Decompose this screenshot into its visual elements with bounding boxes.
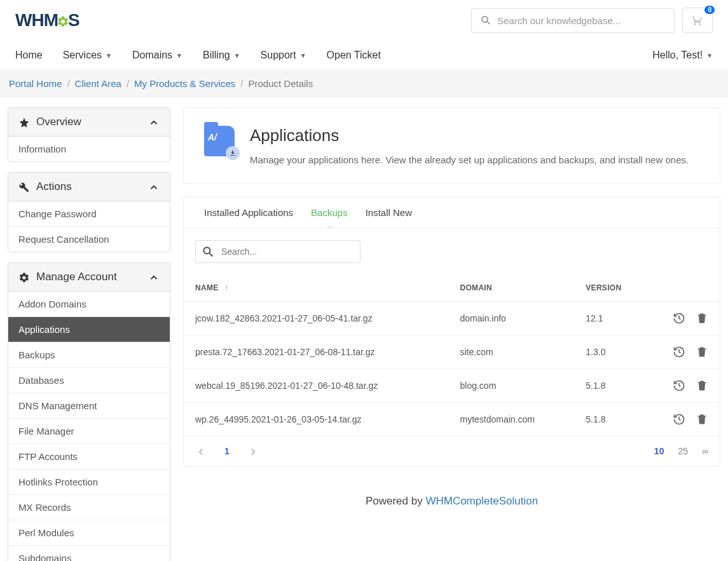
wrench-icon — [18, 180, 30, 193]
cart-button[interactable]: 0 — [682, 8, 713, 33]
sidebar-item-addon-domains[interactable]: Addon Domains — [8, 292, 170, 317]
search-icon — [202, 245, 214, 258]
sort-asc-icon: ↑ — [224, 283, 228, 292]
breadcrumb-link[interactable]: My Products & Services — [134, 78, 235, 89]
cell-name: webcal.19_85196.2021-01-27_06-10-48.tar.… — [184, 369, 449, 403]
page-size-option[interactable]: ∞ — [702, 446, 708, 456]
svg-point-2 — [203, 247, 210, 253]
sidebar-item-change-password[interactable]: Change Password — [8, 201, 170, 227]
column-name[interactable]: NAME ↑ — [184, 274, 449, 302]
delete-button[interactable] — [696, 379, 708, 392]
cell-version: 5.1.8 — [574, 369, 650, 403]
actions-header[interactable]: Actions — [8, 173, 170, 201]
sidebar-item-mx-records[interactable]: MX Records — [8, 495, 170, 520]
sidebar-item-information[interactable]: Information — [8, 137, 170, 161]
breadcrumb: Portal Home / Client Area / My Products … — [9, 78, 719, 89]
search-icon — [480, 15, 491, 26]
tab-install-new[interactable]: Install New — [357, 197, 421, 228]
delete-button[interactable] — [696, 346, 708, 358]
knowledgebase-search — [471, 8, 675, 33]
breadcrumb-current: Product Details — [248, 78, 313, 89]
svg-line-1 — [487, 22, 490, 24]
breadcrumb-link[interactable]: Client Area — [75, 78, 121, 89]
delete-button[interactable] — [696, 413, 708, 426]
cell-name: wp.26_44995.2021-01-26_03-05-14.tar.gz — [184, 403, 449, 436]
tabs: Installed ApplicationsBackupsInstall New — [184, 197, 720, 229]
user-menu[interactable]: Hello, Test! ▼ — [652, 41, 713, 70]
trash-icon — [696, 313, 708, 323]
chevron-up-icon — [148, 271, 160, 283]
trash-icon — [696, 380, 708, 390]
caret-down-icon: ▼ — [176, 52, 182, 59]
nav-home[interactable]: Home — [15, 41, 53, 70]
restore-icon — [673, 414, 685, 424]
page-number[interactable]: 1 — [219, 446, 235, 456]
logo-suffix: S — [68, 10, 79, 30]
table-search-input[interactable] — [195, 240, 361, 263]
page-size-option[interactable]: 10 — [654, 446, 664, 456]
star-icon — [18, 116, 30, 128]
sidebar-item-file-manager[interactable]: File Manager — [8, 419, 170, 444]
sidebar-item-subdomains[interactable]: Subdomains — [8, 546, 170, 561]
restore-button[interactable] — [673, 379, 685, 392]
sidebar-item-hotlinks-protection[interactable]: Hotlinks Protection — [8, 470, 170, 495]
cart-badge: 0 — [704, 6, 715, 14]
caret-down-icon: ▼ — [106, 52, 112, 59]
sidebar-item-dns-management[interactable]: DNS Management — [8, 393, 170, 419]
overview-header[interactable]: Overview — [8, 108, 170, 137]
sidebar-item-backups[interactable]: Backups — [8, 342, 170, 368]
sidebar-item-databases[interactable]: Databases — [8, 368, 170, 393]
page-next-button[interactable] — [247, 445, 259, 457]
breadcrumb-link[interactable]: Portal Home — [9, 78, 62, 89]
page-prev-button[interactable] — [195, 445, 207, 457]
restore-icon — [673, 346, 685, 356]
table-row: webcal.19_85196.2021-01-27_06-10-48.tar.… — [184, 369, 720, 403]
logo-prefix: WHM — [15, 10, 58, 30]
page-size-option[interactable]: 25 — [678, 446, 688, 456]
cell-domain: blog.com — [449, 369, 575, 403]
column-domain[interactable]: DOMAIN — [449, 274, 575, 302]
restore-button[interactable] — [673, 413, 685, 426]
sidebar-item-request-cancellation[interactable]: Request Cancellation — [8, 227, 170, 252]
restore-icon — [673, 313, 685, 323]
cell-domain: domain.info — [449, 302, 575, 335]
restore-button[interactable] — [673, 346, 685, 358]
table-row: presta.72_17663.2021-01-27_06-08-11.tar.… — [184, 335, 720, 369]
footer: Powered by WHMCompleteSolution — [183, 480, 720, 523]
nav-billing[interactable]: Billing▼ — [193, 41, 251, 70]
chevron-up-icon — [148, 180, 160, 193]
sidebar-item-perl-modules[interactable]: Perl Modules — [8, 520, 170, 546]
nav-domains[interactable]: Domains▼ — [122, 41, 193, 70]
tab-installed-applications[interactable]: Installed Applications — [195, 197, 302, 228]
cell-domain: mytestdomain.com — [449, 403, 575, 436]
sidebar-item-ftp-accounts[interactable]: FTP Accounts — [8, 444, 170, 470]
logo[interactable]: WHM S — [15, 10, 79, 30]
caret-down-icon: ▼ — [234, 52, 240, 59]
trash-icon — [696, 346, 708, 356]
nav-services[interactable]: Services▼ — [53, 41, 122, 70]
caret-down-icon: ▼ — [300, 52, 306, 59]
nav-support[interactable]: Support▼ — [251, 41, 317, 70]
cart-icon — [692, 15, 703, 26]
search-input[interactable] — [471, 8, 675, 33]
sidebar-item-applications[interactable]: Applications — [8, 317, 170, 342]
gear-icon — [57, 10, 69, 30]
download-icon — [226, 146, 240, 160]
backups-table: NAME ↑ DOMAIN VERSION jcow.182_42863.202… — [184, 274, 720, 436]
manage-account-header[interactable]: Manage Account — [8, 263, 170, 292]
column-version[interactable]: VERSION — [574, 274, 650, 302]
page-description: Manage your applications here. View the … — [250, 154, 689, 165]
tab-backups[interactable]: Backups — [302, 197, 357, 228]
cell-name: jcow.182_42863.2021-01-27_06-05-41.tar.g… — [184, 302, 449, 335]
manage-account-panel: Manage Account Addon DomainsApplications… — [8, 262, 170, 561]
restore-button[interactable] — [673, 312, 685, 325]
delete-button[interactable] — [696, 312, 708, 325]
footer-link[interactable]: WHMCompleteSolution — [425, 495, 538, 507]
nav-open-ticket[interactable]: Open Ticket — [317, 41, 391, 70]
page-title: Applications — [250, 126, 689, 145]
actions-panel: Actions Change Password Request Cancella… — [8, 172, 170, 252]
restore-icon — [673, 380, 685, 390]
cell-version: 1.3.0 — [574, 335, 650, 369]
cell-name: presta.72_17663.2021-01-27_06-08-11.tar.… — [184, 335, 449, 369]
chevron-up-icon — [148, 116, 160, 128]
